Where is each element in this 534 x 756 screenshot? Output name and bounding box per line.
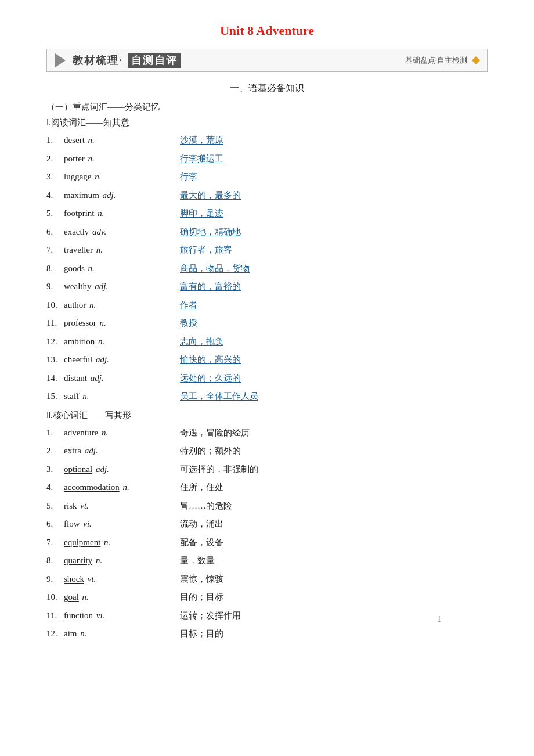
vocab-pos: vi.	[83, 519, 92, 528]
vocab-meaning: 沙漠，荒原	[180, 133, 223, 148]
banner-arrow-icon	[55, 53, 66, 67]
vocab-word: accommodation n.	[64, 480, 180, 495]
vocab-meaning: 愉快的，高兴的	[180, 352, 241, 368]
vocab-pos: vt.	[80, 501, 89, 510]
vocab-num: 1.	[46, 133, 64, 148]
vocab-meaning: 教授	[180, 316, 197, 331]
list-item: 5. footprint n. 脚印，足迹	[46, 206, 488, 221]
roman-title-1: Ⅰ.阅读词汇——知其意	[46, 117, 488, 128]
vocab-meaning: 富有的，富裕的	[180, 279, 241, 294]
vocab-word: optional adj.	[64, 462, 180, 477]
list-item: 7. equipment n. 配备，设备	[46, 535, 488, 550]
vocab-word: adventure n.	[64, 426, 180, 441]
vocab-meaning: 目的；目标	[180, 590, 223, 605]
vocab-pos: n.	[98, 337, 104, 346]
vocab-word: ambition n.	[64, 334, 180, 350]
vocab-num: 3.	[46, 170, 64, 185]
list-item: 2. extra adj. 特别的；额外的	[46, 444, 488, 459]
vocab-pos: n.	[82, 592, 89, 602]
vocab-meaning: 行李	[180, 170, 197, 185]
banner-title-main: 教材梳理·	[73, 53, 123, 67]
vocab-word: footprint n.	[64, 206, 180, 221]
vocab-num: 2.	[46, 444, 64, 459]
roman-section-2: Ⅱ.核心词汇——写其形 1. adventure n. 奇遇，冒险的经历 2. …	[46, 410, 488, 642]
vocab-num: 5.	[46, 499, 64, 514]
vocab-pos: vt.	[88, 574, 96, 584]
vocab-num: 4.	[46, 480, 64, 495]
vocab-pos: n.	[88, 135, 95, 145]
list-item: 3. optional adj. 可选择的，非强制的	[46, 462, 488, 477]
banner-left: 教材梳理· 自测自评	[55, 53, 181, 68]
list-item: 10. goal n. 目的；目标	[46, 590, 488, 605]
vocab-meaning: 确切地，精确地	[180, 225, 241, 240]
vocab-pos: adj.	[103, 190, 116, 200]
vocab-word: desert n.	[64, 133, 180, 148]
vocab-num: 7.	[46, 535, 64, 550]
vocab-pos: n.	[88, 264, 95, 273]
vocab-num: 14.	[46, 371, 64, 386]
vocab-pos: n.	[100, 318, 106, 327]
vocab-num: 4.	[46, 188, 64, 203]
vocab-word: flow vi.	[64, 517, 180, 532]
vocab-pos: n.	[80, 629, 86, 638]
vocab-pos: adj.	[96, 465, 109, 474]
vocab-num: 7.	[46, 243, 64, 258]
list-item: 1. adventure n. 奇遇，冒险的经历	[46, 426, 488, 441]
vocab-word: goods n.	[64, 261, 180, 276]
page-number: 1	[437, 615, 441, 624]
list-item: 7. traveller n. 旅行者，旅客	[46, 243, 488, 258]
vocab-word: extra adj.	[64, 444, 180, 459]
vocab-num: 8.	[46, 261, 64, 276]
vocab-pos: n.	[95, 172, 101, 181]
page-title: Unit 8 Adventure	[46, 23, 488, 38]
list-item: 11. professor n. 教授	[46, 316, 488, 331]
vocab-num: 5.	[46, 206, 64, 221]
list-item: 12. ambition n. 志向，抱负	[46, 334, 488, 350]
core-vocab-list: 1. adventure n. 奇遇，冒险的经历 2. extra adj. 特…	[46, 426, 488, 642]
list-item: 4. maximum adj. 最大的，最多的	[46, 188, 488, 203]
vocab-pos: n.	[123, 483, 129, 492]
vocab-num: 3.	[46, 462, 64, 477]
list-item: 8. quantity n. 量，数量	[46, 553, 488, 568]
vocab-num: 1.	[46, 426, 64, 441]
vocab-meaning: 特别的；额外的	[180, 444, 241, 459]
vocab-meaning: 住所，住处	[180, 480, 223, 495]
vocab-meaning: 员工，全体工作人员	[180, 389, 258, 404]
vocab-pos: adv.	[92, 227, 106, 236]
vocab-num: 10.	[46, 590, 64, 605]
header-banner: 教材梳理· 自测自评 基础盘点·自主检测	[46, 49, 488, 72]
vocab-num: 9.	[46, 572, 64, 587]
vocab-meaning: 可选择的，非强制的	[180, 462, 258, 477]
vocab-meaning: 脚印，足迹	[180, 206, 223, 221]
vocab-num: 13.	[46, 352, 64, 368]
banner-right-text: 基础盘点·自主检测	[405, 55, 467, 66]
list-item: 4. accommodation n. 住所，住处	[46, 480, 488, 495]
vocab-num: 15.	[46, 389, 64, 404]
vocab-word: risk vt.	[64, 499, 180, 514]
vocab-num: 8.	[46, 553, 64, 568]
vocab-word: aim n.	[64, 627, 180, 642]
vocab-word: exactly adv.	[64, 225, 180, 240]
vocab-pos: n.	[82, 391, 89, 401]
list-item: 15. staff n. 员工，全体工作人员	[46, 389, 488, 404]
vocab-num: 9.	[46, 279, 64, 294]
list-item: 10. author n. 作者	[46, 298, 488, 313]
section-main-title: 一、语基必备知识	[46, 82, 488, 95]
roman-section-1: Ⅰ.阅读词汇——知其意 1. desert n. 沙漠，荒原 2. porter…	[46, 117, 488, 404]
vocab-pos: n.	[96, 556, 102, 565]
vocab-pos: n.	[98, 208, 104, 218]
vocab-pos: vi.	[96, 611, 105, 620]
vocab-num: 2.	[46, 152, 64, 167]
vocab-meaning: 志向，抱负	[180, 334, 223, 350]
vocab-num: 11.	[46, 609, 64, 624]
vocab-pos: n.	[88, 154, 95, 163]
vocab-pos: adj.	[85, 446, 98, 455]
vocab-word: author n.	[64, 298, 180, 313]
vocab-word: shock vt.	[64, 572, 180, 587]
list-item: 3. luggage n. 行李	[46, 170, 488, 185]
reading-vocab-list: 1. desert n. 沙漠，荒原 2. porter n. 行李搬运工 3.…	[46, 133, 488, 404]
vocab-num: 6.	[46, 225, 64, 240]
list-item: 13. cheerful adj. 愉快的，高兴的	[46, 352, 488, 368]
list-item: 14. distant adj. 远处的；久远的	[46, 371, 488, 386]
list-item: 6. exactly adv. 确切地，精确地	[46, 225, 488, 240]
